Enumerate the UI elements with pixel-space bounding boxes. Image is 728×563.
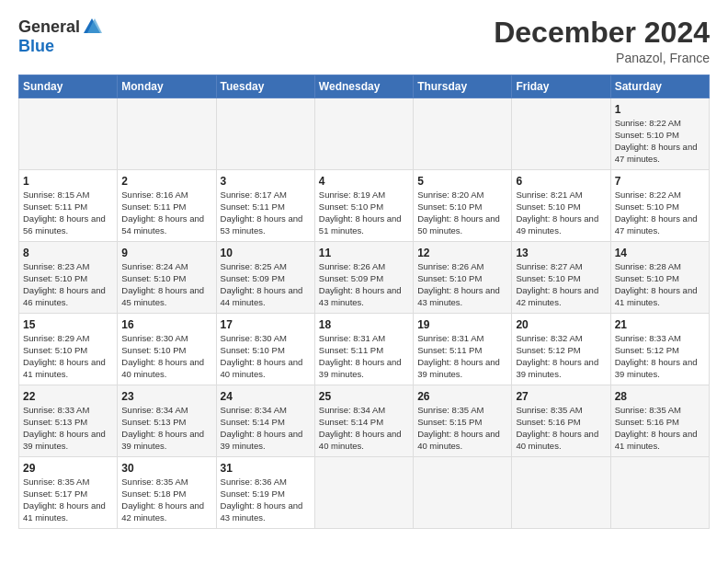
day-number: 27 bbox=[516, 389, 606, 404]
calendar-week-3: 15Sunrise: 8:29 AMSunset: 5:10 PMDayligh… bbox=[19, 314, 710, 385]
daylight-text: Daylight: 8 hours and 42 minutes. bbox=[516, 285, 598, 307]
calendar-cell bbox=[314, 98, 413, 170]
calendar-table: SundayMondayTuesdayWednesdayThursdayFrid… bbox=[18, 75, 710, 529]
daylight-text: Daylight: 8 hours and 39 minutes. bbox=[319, 357, 402, 379]
calendar-cell: 27Sunrise: 8:35 AMSunset: 5:16 PMDayligh… bbox=[512, 385, 610, 457]
sunset-text: Sunset: 5:13 PM bbox=[121, 417, 186, 427]
header-cell-wednesday: Wednesday bbox=[314, 75, 413, 98]
sunset-text: Sunset: 5:15 PM bbox=[417, 417, 482, 427]
daylight-text: Daylight: 8 hours and 43 minutes. bbox=[417, 285, 500, 307]
calendar-cell bbox=[610, 457, 709, 529]
calendar-week-4: 22Sunrise: 8:33 AMSunset: 5:13 PMDayligh… bbox=[19, 385, 710, 457]
calendar-cell bbox=[414, 98, 512, 170]
sunset-text: Sunset: 5:10 PM bbox=[23, 273, 87, 283]
calendar-cell: 20Sunrise: 8:32 AMSunset: 5:12 PMDayligh… bbox=[512, 314, 610, 385]
sunrise-text: Sunrise: 8:16 AM bbox=[121, 190, 188, 200]
sunrise-text: Sunrise: 8:31 AM bbox=[417, 333, 483, 343]
sunset-text: Sunset: 5:12 PM bbox=[516, 345, 580, 355]
header-cell-thursday: Thursday bbox=[414, 75, 512, 98]
daylight-text: Daylight: 8 hours and 47 minutes. bbox=[615, 213, 698, 236]
day-number: 21 bbox=[615, 317, 705, 332]
calendar-cell: 2Sunrise: 8:16 AMSunset: 5:11 PMDaylight… bbox=[118, 170, 216, 242]
sunrise-text: Sunrise: 8:35 AM bbox=[516, 405, 582, 415]
sunrise-text: Sunrise: 8:32 AM bbox=[516, 333, 582, 343]
sunrise-text: Sunrise: 8:35 AM bbox=[121, 477, 188, 487]
calendar-cell: 1Sunrise: 8:22 AMSunset: 5:10 PMDaylight… bbox=[610, 98, 709, 170]
daylight-text: Daylight: 8 hours and 56 minutes. bbox=[23, 213, 106, 236]
sunrise-text: Sunrise: 8:34 AM bbox=[121, 405, 188, 415]
sunset-text: Sunset: 5:10 PM bbox=[516, 201, 580, 212]
day-number: 1 bbox=[615, 102, 705, 117]
sunset-text: Sunset: 5:10 PM bbox=[319, 201, 383, 212]
sunset-text: Sunset: 5:10 PM bbox=[121, 273, 186, 283]
calendar-cell: 18Sunrise: 8:31 AMSunset: 5:11 PMDayligh… bbox=[314, 314, 413, 385]
calendar-cell: 31Sunrise: 8:36 AMSunset: 5:19 PMDayligh… bbox=[216, 457, 314, 529]
daylight-text: Daylight: 8 hours and 50 minutes. bbox=[417, 213, 500, 236]
sunrise-text: Sunrise: 8:21 AM bbox=[516, 190, 582, 200]
calendar-cell: 29Sunrise: 8:35 AMSunset: 5:17 PMDayligh… bbox=[19, 457, 118, 529]
calendar-cell: 8Sunrise: 8:23 AMSunset: 5:10 PMDaylight… bbox=[19, 242, 118, 314]
calendar-cell bbox=[414, 457, 512, 529]
calendar-cell: 24Sunrise: 8:34 AMSunset: 5:14 PMDayligh… bbox=[216, 385, 314, 457]
daylight-text: Daylight: 8 hours and 41 minutes. bbox=[23, 500, 106, 523]
daylight-text: Daylight: 8 hours and 39 minutes. bbox=[417, 357, 500, 379]
day-number: 19 bbox=[417, 317, 507, 332]
title-block: December 2024 Panazol, France bbox=[494, 17, 710, 65]
daylight-text: Daylight: 8 hours and 44 minutes. bbox=[221, 285, 303, 307]
header-cell-saturday: Saturday bbox=[610, 75, 709, 98]
calendar-week-5: 29Sunrise: 8:35 AMSunset: 5:17 PMDayligh… bbox=[19, 457, 710, 529]
day-number: 23 bbox=[121, 389, 211, 404]
day-number: 13 bbox=[516, 246, 606, 260]
daylight-text: Daylight: 8 hours and 40 minutes. bbox=[417, 429, 500, 451]
sunrise-text: Sunrise: 8:31 AM bbox=[319, 333, 385, 343]
sunrise-text: Sunrise: 8:20 AM bbox=[417, 190, 483, 200]
daylight-text: Daylight: 8 hours and 39 minutes. bbox=[121, 429, 204, 451]
daylight-text: Daylight: 8 hours and 39 minutes. bbox=[221, 429, 303, 451]
sunrise-text: Sunrise: 8:33 AM bbox=[615, 333, 681, 343]
header-cell-tuesday: Tuesday bbox=[216, 75, 314, 98]
sunrise-text: Sunrise: 8:22 AM bbox=[615, 190, 681, 200]
sunset-text: Sunset: 5:10 PM bbox=[615, 201, 679, 212]
sunrise-text: Sunrise: 8:34 AM bbox=[221, 405, 287, 415]
calendar-cell: 3Sunrise: 8:17 AMSunset: 5:11 PMDaylight… bbox=[216, 170, 314, 242]
day-number: 29 bbox=[23, 461, 113, 476]
calendar-cell: 14Sunrise: 8:28 AMSunset: 5:10 PMDayligh… bbox=[610, 242, 709, 314]
sunset-text: Sunset: 5:10 PM bbox=[615, 273, 679, 283]
calendar-cell bbox=[314, 457, 413, 529]
day-number: 28 bbox=[615, 389, 705, 404]
day-number: 14 bbox=[615, 246, 705, 260]
calendar-cell: 1Sunrise: 8:15 AMSunset: 5:11 PMDaylight… bbox=[19, 170, 118, 242]
sunset-text: Sunset: 5:10 PM bbox=[23, 345, 87, 355]
sunrise-text: Sunrise: 8:33 AM bbox=[23, 405, 89, 415]
header-row: SundayMondayTuesdayWednesdayThursdayFrid… bbox=[19, 75, 710, 98]
day-number: 20 bbox=[516, 317, 606, 332]
calendar-cell: 25Sunrise: 8:34 AMSunset: 5:14 PMDayligh… bbox=[314, 385, 413, 457]
day-number: 10 bbox=[221, 246, 311, 260]
daylight-text: Daylight: 8 hours and 40 minutes. bbox=[121, 357, 204, 379]
sunset-text: Sunset: 5:17 PM bbox=[23, 488, 87, 499]
sunrise-text: Sunrise: 8:35 AM bbox=[417, 405, 483, 415]
sunrise-text: Sunrise: 8:35 AM bbox=[23, 477, 89, 487]
calendar-page: General Blue December 2024 Panazol, Fran… bbox=[0, 0, 728, 563]
daylight-text: Daylight: 8 hours and 43 minutes. bbox=[221, 500, 303, 523]
calendar-cell bbox=[512, 457, 610, 529]
daylight-text: Daylight: 8 hours and 42 minutes. bbox=[121, 500, 204, 523]
calendar-cell: 7Sunrise: 8:22 AMSunset: 5:10 PMDaylight… bbox=[610, 170, 709, 242]
calendar-cell: 17Sunrise: 8:30 AMSunset: 5:10 PMDayligh… bbox=[216, 314, 314, 385]
daylight-text: Daylight: 8 hours and 51 minutes. bbox=[319, 213, 402, 236]
day-number: 18 bbox=[319, 317, 409, 332]
calendar-cell: 4Sunrise: 8:19 AMSunset: 5:10 PMDaylight… bbox=[314, 170, 413, 242]
sunset-text: Sunset: 5:19 PM bbox=[221, 488, 285, 499]
calendar-cell: 15Sunrise: 8:29 AMSunset: 5:10 PMDayligh… bbox=[19, 314, 118, 385]
sunset-text: Sunset: 5:11 PM bbox=[23, 201, 87, 212]
day-number: 9 bbox=[121, 246, 211, 260]
day-number: 7 bbox=[615, 174, 705, 189]
calendar-cell: 30Sunrise: 8:35 AMSunset: 5:18 PMDayligh… bbox=[118, 457, 216, 529]
sunset-text: Sunset: 5:11 PM bbox=[121, 201, 186, 212]
daylight-text: Daylight: 8 hours and 41 minutes. bbox=[615, 285, 698, 307]
sunrise-text: Sunrise: 8:28 AM bbox=[615, 261, 681, 271]
day-number: 2 bbox=[121, 174, 211, 189]
sunrise-text: Sunrise: 8:27 AM bbox=[516, 261, 582, 271]
calendar-cell: 26Sunrise: 8:35 AMSunset: 5:15 PMDayligh… bbox=[414, 385, 512, 457]
day-number: 3 bbox=[221, 174, 311, 189]
